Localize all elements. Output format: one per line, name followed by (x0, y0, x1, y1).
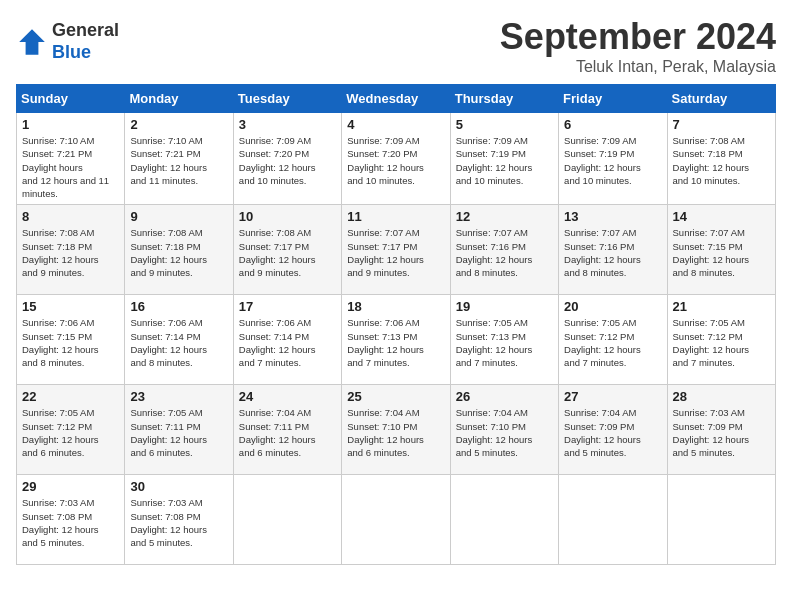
calendar-header-row: Sunday Monday Tuesday Wednesday Thursday… (17, 85, 776, 113)
day-number: 25 (347, 389, 444, 404)
day-info: Sunrise: 7:04 AMSunset: 7:09 PMDaylight:… (564, 406, 661, 459)
table-row: 25Sunrise: 7:04 AMSunset: 7:10 PMDayligh… (342, 385, 450, 475)
table-row: 30Sunrise: 7:03 AMSunset: 7:08 PMDayligh… (125, 475, 233, 565)
month-title: September 2024 (500, 16, 776, 58)
day-info: Sunrise: 7:03 AMSunset: 7:08 PMDaylight:… (130, 496, 227, 549)
table-row: 17Sunrise: 7:06 AMSunset: 7:14 PMDayligh… (233, 295, 341, 385)
table-row: 24Sunrise: 7:04 AMSunset: 7:11 PMDayligh… (233, 385, 341, 475)
table-row: 4Sunrise: 7:09 AMSunset: 7:20 PMDaylight… (342, 113, 450, 205)
day-info: Sunrise: 7:07 AMSunset: 7:16 PMDaylight:… (456, 226, 553, 279)
title-area: September 2024 Teluk Intan, Perak, Malay… (500, 16, 776, 76)
table-row: 20Sunrise: 7:05 AMSunset: 7:12 PMDayligh… (559, 295, 667, 385)
table-row: 18Sunrise: 7:06 AMSunset: 7:13 PMDayligh… (342, 295, 450, 385)
day-info: Sunrise: 7:06 AMSunset: 7:15 PMDaylight:… (22, 316, 119, 369)
day-number: 30 (130, 479, 227, 494)
day-number: 24 (239, 389, 336, 404)
day-number: 27 (564, 389, 661, 404)
day-number: 2 (130, 117, 227, 132)
day-number: 19 (456, 299, 553, 314)
table-row (233, 475, 341, 565)
day-info: Sunrise: 7:09 AMSunset: 7:19 PMDaylight:… (564, 134, 661, 187)
calendar-table: Sunday Monday Tuesday Wednesday Thursday… (16, 84, 776, 565)
day-info: Sunrise: 7:06 AMSunset: 7:14 PMDaylight:… (239, 316, 336, 369)
day-info: Sunrise: 7:07 AMSunset: 7:16 PMDaylight:… (564, 226, 661, 279)
table-row: 13Sunrise: 7:07 AMSunset: 7:16 PMDayligh… (559, 205, 667, 295)
day-info: Sunrise: 7:05 AMSunset: 7:13 PMDaylight:… (456, 316, 553, 369)
day-info: Sunrise: 7:03 AMSunset: 7:08 PMDaylight:… (22, 496, 119, 549)
col-tuesday: Tuesday (233, 85, 341, 113)
col-saturday: Saturday (667, 85, 775, 113)
day-info: Sunrise: 7:10 AMSunset: 7:21 PMDaylight … (22, 134, 119, 200)
day-number: 3 (239, 117, 336, 132)
logo-icon (16, 26, 48, 58)
day-info: Sunrise: 7:04 AMSunset: 7:10 PMDaylight:… (347, 406, 444, 459)
table-row (342, 475, 450, 565)
day-info: Sunrise: 7:08 AMSunset: 7:18 PMDaylight:… (673, 134, 770, 187)
day-number: 16 (130, 299, 227, 314)
table-row: 1Sunrise: 7:10 AMSunset: 7:21 PMDaylight… (17, 113, 125, 205)
col-monday: Monday (125, 85, 233, 113)
day-number: 14 (673, 209, 770, 224)
calendar-week-row: 1Sunrise: 7:10 AMSunset: 7:21 PMDaylight… (17, 113, 776, 205)
day-number: 18 (347, 299, 444, 314)
logo: General Blue (16, 20, 119, 63)
calendar-week-row: 8Sunrise: 7:08 AMSunset: 7:18 PMDaylight… (17, 205, 776, 295)
table-row: 26Sunrise: 7:04 AMSunset: 7:10 PMDayligh… (450, 385, 558, 475)
col-friday: Friday (559, 85, 667, 113)
table-row: 9Sunrise: 7:08 AMSunset: 7:18 PMDaylight… (125, 205, 233, 295)
table-row: 6Sunrise: 7:09 AMSunset: 7:19 PMDaylight… (559, 113, 667, 205)
table-row: 8Sunrise: 7:08 AMSunset: 7:18 PMDaylight… (17, 205, 125, 295)
day-number: 28 (673, 389, 770, 404)
table-row: 15Sunrise: 7:06 AMSunset: 7:15 PMDayligh… (17, 295, 125, 385)
header: General Blue September 2024 Teluk Intan,… (16, 16, 776, 76)
day-info: Sunrise: 7:10 AMSunset: 7:21 PMDaylight:… (130, 134, 227, 187)
location-title: Teluk Intan, Perak, Malaysia (500, 58, 776, 76)
day-number: 13 (564, 209, 661, 224)
day-info: Sunrise: 7:08 AMSunset: 7:17 PMDaylight:… (239, 226, 336, 279)
day-info: Sunrise: 7:05 AMSunset: 7:12 PMDaylight:… (22, 406, 119, 459)
day-info: Sunrise: 7:05 AMSunset: 7:12 PMDaylight:… (564, 316, 661, 369)
day-number: 8 (22, 209, 119, 224)
calendar-week-row: 22Sunrise: 7:05 AMSunset: 7:12 PMDayligh… (17, 385, 776, 475)
day-info: Sunrise: 7:05 AMSunset: 7:12 PMDaylight:… (673, 316, 770, 369)
day-number: 12 (456, 209, 553, 224)
day-number: 17 (239, 299, 336, 314)
day-number: 1 (22, 117, 119, 132)
table-row: 27Sunrise: 7:04 AMSunset: 7:09 PMDayligh… (559, 385, 667, 475)
col-thursday: Thursday (450, 85, 558, 113)
logo-blue: Blue (52, 42, 119, 64)
table-row: 12Sunrise: 7:07 AMSunset: 7:16 PMDayligh… (450, 205, 558, 295)
day-info: Sunrise: 7:03 AMSunset: 7:09 PMDaylight:… (673, 406, 770, 459)
day-number: 6 (564, 117, 661, 132)
table-row (559, 475, 667, 565)
table-row: 16Sunrise: 7:06 AMSunset: 7:14 PMDayligh… (125, 295, 233, 385)
day-number: 11 (347, 209, 444, 224)
day-number: 20 (564, 299, 661, 314)
day-number: 9 (130, 209, 227, 224)
calendar-week-row: 15Sunrise: 7:06 AMSunset: 7:15 PMDayligh… (17, 295, 776, 385)
day-number: 7 (673, 117, 770, 132)
table-row (450, 475, 558, 565)
day-number: 4 (347, 117, 444, 132)
col-sunday: Sunday (17, 85, 125, 113)
day-info: Sunrise: 7:04 AMSunset: 7:11 PMDaylight:… (239, 406, 336, 459)
day-info: Sunrise: 7:09 AMSunset: 7:20 PMDaylight:… (347, 134, 444, 187)
table-row: 10Sunrise: 7:08 AMSunset: 7:17 PMDayligh… (233, 205, 341, 295)
day-info: Sunrise: 7:04 AMSunset: 7:10 PMDaylight:… (456, 406, 553, 459)
table-row: 2Sunrise: 7:10 AMSunset: 7:21 PMDaylight… (125, 113, 233, 205)
svg-marker-0 (19, 29, 45, 55)
table-row: 23Sunrise: 7:05 AMSunset: 7:11 PMDayligh… (125, 385, 233, 475)
table-row: 5Sunrise: 7:09 AMSunset: 7:19 PMDaylight… (450, 113, 558, 205)
day-info: Sunrise: 7:05 AMSunset: 7:11 PMDaylight:… (130, 406, 227, 459)
day-info: Sunrise: 7:07 AMSunset: 7:17 PMDaylight:… (347, 226, 444, 279)
day-info: Sunrise: 7:06 AMSunset: 7:13 PMDaylight:… (347, 316, 444, 369)
day-number: 23 (130, 389, 227, 404)
day-number: 22 (22, 389, 119, 404)
table-row (667, 475, 775, 565)
calendar-week-row: 29Sunrise: 7:03 AMSunset: 7:08 PMDayligh… (17, 475, 776, 565)
day-number: 5 (456, 117, 553, 132)
table-row: 21Sunrise: 7:05 AMSunset: 7:12 PMDayligh… (667, 295, 775, 385)
day-info: Sunrise: 7:09 AMSunset: 7:20 PMDaylight:… (239, 134, 336, 187)
day-info: Sunrise: 7:08 AMSunset: 7:18 PMDaylight:… (130, 226, 227, 279)
table-row: 11Sunrise: 7:07 AMSunset: 7:17 PMDayligh… (342, 205, 450, 295)
